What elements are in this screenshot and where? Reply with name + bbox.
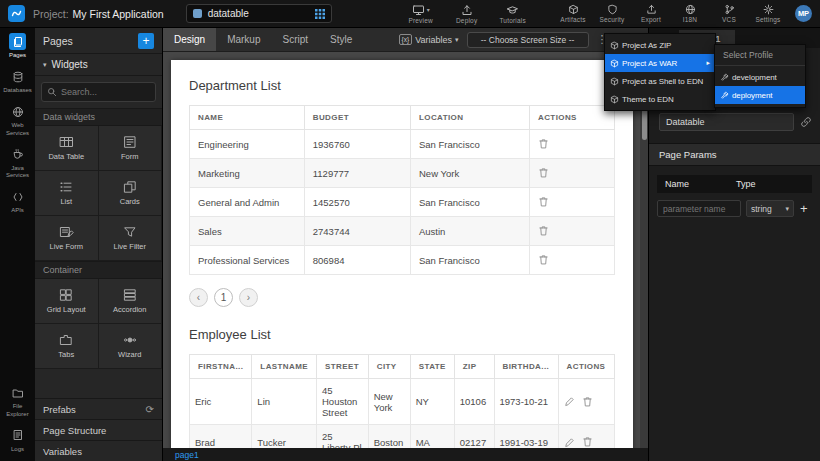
delete-row-icon[interactable] <box>538 138 549 150</box>
department-table[interactable]: NAME BUDGET LOCATION ACTIONS Engineering… <box>189 105 615 275</box>
data-widgets-label: Data widgets <box>35 108 162 126</box>
column-header[interactable]: ZIP <box>454 355 494 379</box>
column-header[interactable]: STREET <box>317 355 369 379</box>
footer-page-tab[interactable]: page1 <box>175 450 199 460</box>
add-page-button[interactable]: + <box>138 33 154 49</box>
edit-row-icon[interactable] <box>564 396 575 407</box>
submenu-item-deployment[interactable]: deployment <box>715 86 805 104</box>
column-header[interactable]: BUDGET <box>304 106 410 130</box>
widget-search[interactable] <box>41 82 156 102</box>
canvas-region: Design Markup Script Style {x} Variables… <box>163 28 648 461</box>
rail-item-pages[interactable]: Pages <box>0 28 35 63</box>
column-header[interactable]: NAME <box>190 106 305 130</box>
rail-item-web-services[interactable]: Web Services <box>0 98 35 140</box>
menu-item-theme-to-edn[interactable]: Theme to EDN <box>605 90 715 108</box>
folder-icon <box>9 384 26 401</box>
tab-style[interactable]: Style <box>319 28 363 51</box>
refresh-icon[interactable]: ⟳ <box>146 404 154 415</box>
table-row[interactable]: Eric Lin 45 Houston Street New York NY 1… <box>190 379 615 425</box>
widget-tile-grid-layout[interactable]: Grid Layout <box>35 279 99 324</box>
add-param-button[interactable]: + <box>800 202 808 215</box>
column-header[interactable]: BIRTHDA... <box>494 355 558 379</box>
prefabs-row[interactable]: Prefabs ⟳ <box>35 398 162 419</box>
page-number-button[interactable]: 1 <box>214 288 233 307</box>
widget-tile-live-form[interactable]: Live Form <box>35 216 99 261</box>
delete-row-icon[interactable] <box>538 167 549 179</box>
user-avatar[interactable]: MP <box>795 5 812 22</box>
app-grid-icon[interactable] <box>315 9 325 19</box>
table-row[interactable]: Brad Tucker 25 Liberty Pl Boston MA 0212… <box>190 425 615 449</box>
widget-tile-accordion[interactable]: Accordion <box>99 279 163 324</box>
variables-button[interactable]: {x} Variables ▾ <box>399 34 459 45</box>
tab-markup[interactable]: Markup <box>216 28 271 51</box>
delete-row-icon[interactable] <box>582 436 593 448</box>
rail-item-databases[interactable]: Databases <box>0 63 35 98</box>
widget-tile-tabs[interactable]: Tabs <box>35 324 99 369</box>
column-header[interactable]: FIRSTNA... <box>190 355 252 379</box>
vcs-button[interactable]: VCS <box>714 4 744 23</box>
search-input[interactable] <box>61 87 150 97</box>
i18n-button[interactable]: I18N <box>675 4 705 23</box>
page-prev-button[interactable]: ‹ <box>189 288 208 307</box>
delete-row-icon[interactable] <box>538 225 549 237</box>
pages-header-row[interactable]: Pages + <box>35 28 162 54</box>
widget-tile-cards[interactable]: Cards <box>99 171 163 216</box>
tutorials-button[interactable]: Tutorials <box>498 4 528 24</box>
menu-item-project-as-war[interactable]: Project As WAR ▸ <box>605 54 715 72</box>
table-row[interactable]: Professional Services 806984 San Francis… <box>190 246 615 275</box>
column-header[interactable]: ACTIONS <box>558 355 614 379</box>
column-header[interactable]: CITY <box>368 355 410 379</box>
menu-item-project-as-shell[interactable]: Project as Shell to EDN <box>605 72 715 90</box>
tab-design[interactable]: Design <box>163 28 216 51</box>
screen-size-select[interactable]: -- Choose Screen Size -- <box>467 32 589 48</box>
deploy-button[interactable]: Deploy <box>452 4 482 24</box>
widget-tile-wizard[interactable]: Wizard <box>99 324 163 369</box>
employee-table[interactable]: FIRSTNA... LASTNAME STREET CITY STATE ZI… <box>189 354 615 448</box>
page-next-button[interactable]: › <box>239 288 258 307</box>
tab-script[interactable]: Script <box>272 28 320 51</box>
widget-tile-live-filter[interactable]: Live Filter <box>99 216 163 261</box>
artifacts-button[interactable]: Artifacts <box>558 4 588 23</box>
rail-item-apis[interactable]: APIs <box>0 183 35 218</box>
rail-item-file-explorer[interactable]: File Explorer <box>0 379 35 421</box>
page-structure-row[interactable]: Page Structure <box>35 419 162 440</box>
app-logo-icon[interactable] <box>8 5 25 22</box>
param-type-select[interactable]: string ▾ <box>746 200 794 217</box>
delete-row-icon[interactable] <box>538 254 549 266</box>
canvas-scrollbar[interactable] <box>640 52 648 448</box>
column-header[interactable]: ACTIONS <box>530 106 615 130</box>
page-preview[interactable]: Department List NAME BUDGET LOCATION ACT… <box>171 60 633 448</box>
widget-tile-list[interactable]: List <box>35 171 99 216</box>
menu-item-project-as-zip[interactable]: Project As ZIP <box>605 36 715 54</box>
param-input-row: string ▾ + <box>657 200 812 217</box>
app-selector[interactable]: datatable <box>186 4 332 23</box>
tabs-icon <box>59 333 73 347</box>
table-row[interactable]: Engineering 1936760 San Francisco <box>190 130 615 159</box>
widget-tile-form[interactable]: Form <box>99 126 163 171</box>
link-icon[interactable] <box>800 116 812 128</box>
column-header[interactable]: STATE <box>410 355 454 379</box>
settings-button[interactable]: Settings <box>753 4 783 23</box>
widget-tile-data-table[interactable]: Data Table <box>35 126 99 171</box>
variables-row[interactable]: Variables <box>35 440 162 461</box>
preview-button[interactable]: ▾ Preview <box>406 4 436 24</box>
widgets-section-header[interactable]: ▾ Widgets <box>35 54 162 76</box>
security-button[interactable]: Security <box>597 4 627 23</box>
column-header[interactable]: LASTNAME <box>252 355 317 379</box>
rail-item-java-services[interactable]: Java Services <box>0 141 35 183</box>
page-params-header[interactable]: Page Params <box>649 143 820 166</box>
delete-row-icon[interactable] <box>538 196 549 208</box>
project-name[interactable]: My First Application <box>73 8 164 20</box>
table-row[interactable]: Marketing 1129777 New York <box>190 159 615 188</box>
delete-row-icon[interactable] <box>582 396 593 408</box>
rail-item-logs[interactable]: Logs <box>0 422 35 461</box>
submenu-item-development[interactable]: development <box>715 68 805 86</box>
table-row[interactable]: Sales 2743744 Austin <box>190 217 615 246</box>
table-row[interactable]: General and Admin 1452570 San Francisco <box>190 188 615 217</box>
column-header[interactable]: LOCATION <box>411 106 530 130</box>
page-title-input[interactable] <box>659 113 794 131</box>
param-name-input[interactable] <box>657 200 741 217</box>
package-icon <box>610 59 619 68</box>
edit-row-icon[interactable] <box>564 437 575 448</box>
export-button[interactable]: Export <box>636 4 666 23</box>
